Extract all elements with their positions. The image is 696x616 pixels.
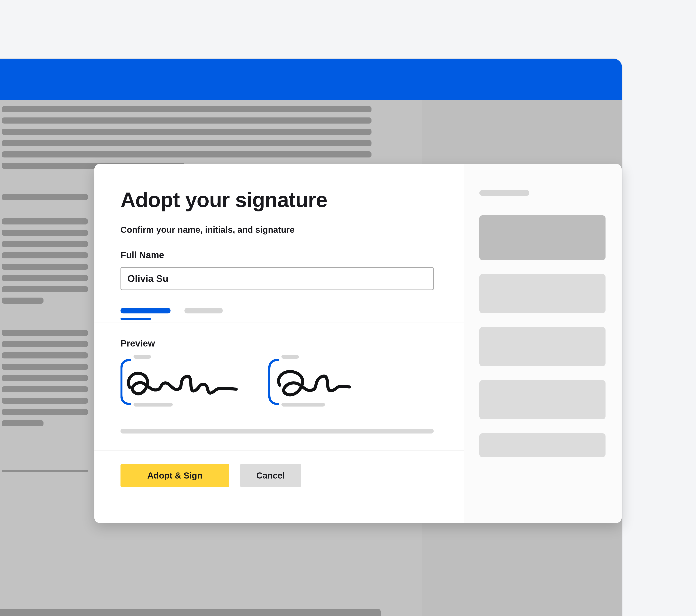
disclosure-placeholder [121, 429, 434, 433]
tab-style-inactive[interactable] [185, 308, 223, 313]
modal-actions: Adopt & Sign Cancel [121, 464, 438, 487]
modal-subtitle: Confirm your name, initials, and signatu… [121, 225, 438, 235]
side-card-4 [479, 380, 605, 420]
tab-underline [121, 318, 151, 320]
fullname-value: Olivia Su [127, 273, 168, 284]
cancel-button[interactable]: Cancel [240, 464, 301, 487]
adopt-signature-modal: Adopt your signature Confirm your name, … [94, 164, 622, 523]
side-card-1 [479, 215, 605, 260]
adopt-sign-button[interactable]: Adopt & Sign [121, 464, 229, 487]
signature-previews [121, 359, 438, 405]
modal-main: Adopt your signature Confirm your name, … [94, 164, 464, 523]
tabs-divider [94, 322, 464, 323]
modal-side-panel [464, 164, 622, 523]
side-card-5 [479, 433, 605, 457]
fullname-label: Full Name [121, 250, 438, 260]
preview-label: Preview [121, 338, 438, 349]
side-card-2 [479, 274, 605, 313]
initials-underlabel-chip [282, 402, 325, 407]
tab-style-active[interactable] [121, 308, 171, 313]
side-card-3 [479, 327, 605, 366]
signature-underlabel-chip [133, 402, 173, 407]
signature-preview-full[interactable] [121, 359, 238, 405]
initials-label-chip [282, 355, 299, 359]
signature-label-chip [133, 355, 151, 359]
window-titlebar [0, 59, 622, 100]
signature-scribble-icon [123, 363, 238, 400]
initials-scribble-icon [271, 363, 358, 400]
signature-preview-initials[interactable] [268, 359, 360, 405]
side-heading-placeholder [479, 190, 529, 196]
modal-title: Adopt your signature [121, 188, 438, 212]
style-tabs [121, 308, 438, 313]
fullname-input[interactable]: Olivia Su [121, 267, 434, 290]
actions-divider [94, 451, 464, 451]
